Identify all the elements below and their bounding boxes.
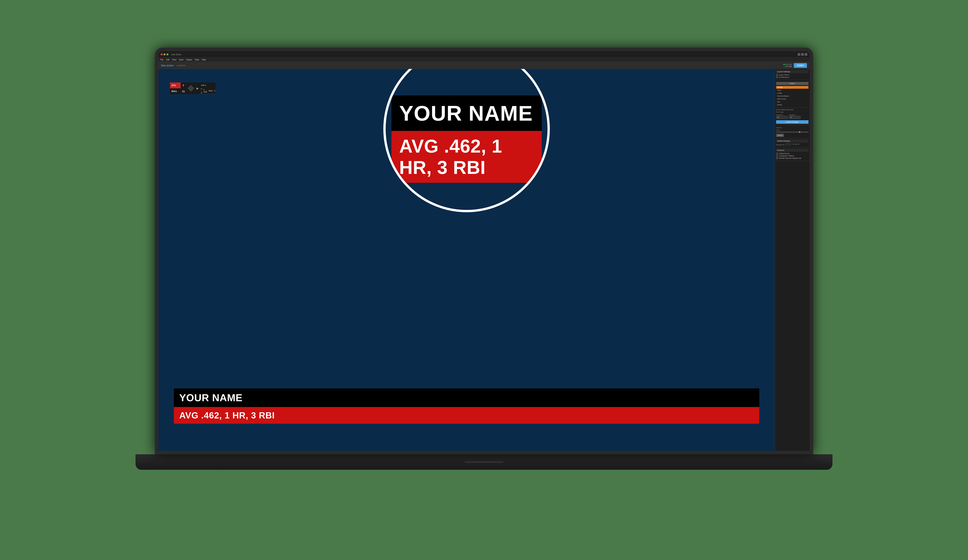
team1-score: 7 — [181, 83, 186, 88]
scoreboard-preview: ATH 7 BULL 11 — [170, 83, 215, 94]
checkbox-scoreboard[interactable]: ✓ Scoreboard 4 — [776, 76, 809, 78]
opacity-slider[interactable] — [776, 132, 809, 133]
bg-label: Background — [776, 144, 784, 146]
team1-name: ATH — [170, 83, 181, 88]
title-bar: Live Score — □ ✕ — [158, 51, 810, 58]
menu-output[interactable]: Output — [186, 59, 192, 61]
colors-setup-label[interactable]: Colors Setup — [776, 109, 785, 111]
checkbox-scoreboard-label: Scoreboard 4 — [779, 76, 789, 78]
panel-item-win[interactable]: Win — [776, 101, 809, 103]
ctrl-close[interactable]: ✕ — [805, 53, 807, 56]
preview-area: ATH 7 BULL 11 — [158, 69, 775, 451]
panel-item-extras[interactable]: Extras — [776, 103, 809, 106]
minimize-dot[interactable] — [164, 53, 166, 55]
arrow-box: ▶ — [196, 83, 199, 94]
bg-value: 15, 36, 42 — [792, 143, 800, 146]
diamond-box — [186, 83, 196, 94]
safety-mouse-label: Safety Mouse — [779, 152, 789, 154]
cpu-info: CPU 2% 100.3MB — [784, 63, 792, 67]
score-info-row: 0 - 0 0 Outs Pitch 0 — [199, 88, 215, 93]
cpu-label: CPU 2% — [784, 63, 792, 65]
svg-rect-3 — [190, 89, 192, 91]
lt-headline: YOUR NAME — [174, 388, 759, 407]
panel-item-runnersbases[interactable]: Runners/Bases — [776, 95, 809, 98]
menu-help[interactable]: Help — [202, 59, 206, 61]
menu-bar: File Edit View Input Output Tools Help — [158, 58, 810, 62]
safety-mouse-row[interactable]: Safety Mouse — [776, 152, 809, 154]
window-controls: — □ ✕ — [797, 53, 807, 56]
pos-x-label: Position X — [776, 114, 788, 116]
ctrl-min[interactable]: — — [797, 53, 801, 56]
close-dot[interactable] — [161, 53, 162, 55]
global-settings-title: Global Settings — [776, 139, 809, 142]
slider-thumb — [799, 131, 801, 133]
svg-rect-0 — [190, 85, 192, 88]
start-button[interactable]: START — [794, 63, 807, 68]
top-inning: TOP 3 — [199, 83, 215, 88]
menu-edit[interactable]: Edit — [166, 59, 169, 61]
menu-view[interactable]: View — [172, 59, 176, 61]
position-y-group: Position Y — [789, 113, 801, 119]
animations-row[interactable]: Animations / Effects — [776, 155, 809, 157]
bg-swatch[interactable] — [786, 143, 791, 145]
edit-colors-label[interactable]: Edit Colors — [786, 109, 793, 111]
laptop-hinge — [465, 461, 503, 463]
blur-image-label: Blur Image — [776, 111, 809, 113]
detect-section: Detect Innings Outs At Bat Runners/Bases… — [775, 80, 810, 108]
screen-bezel: Live Score — □ ✕ File Edit View Input Ou… — [155, 48, 813, 454]
lt-subheading: AVG .462, 1 HR, 3 RBI — [174, 407, 759, 424]
layout-settings-section: Layout Settings ✓ Lower Third 4 ✓ Scoreb… — [775, 69, 810, 80]
ctrl-max[interactable]: □ — [801, 53, 804, 56]
submit-changes-button[interactable]: Submit Changes — [776, 120, 809, 124]
reset-button[interactable]: Reset — [776, 134, 784, 137]
colors-section: Colors Setup Edit Colors Blur Image Posi… — [775, 108, 810, 125]
render-external-row[interactable]: ✓ Render External Display only — [776, 157, 809, 159]
opacity-label: Glow — [776, 129, 809, 131]
main-content: ATH 7 BULL 11 — [158, 69, 810, 451]
shadow-section: Shadow Glow Reset — [775, 125, 810, 138]
safety-mouse-check[interactable] — [776, 152, 778, 154]
panel-item-atbat[interactable]: At Bat — [776, 92, 809, 94]
detect-button[interactable]: Detect — [776, 82, 809, 85]
licensed-text: Licensed to: — [177, 65, 186, 66]
laptop-base — [136, 454, 832, 470]
position-x-group: Position X — [776, 113, 788, 119]
screen-inner: Live Score — □ ✕ File Edit View Input Ou… — [158, 51, 810, 451]
team1-row: ATH 7 — [170, 83, 186, 88]
render-external-check[interactable]: ✓ — [776, 157, 778, 159]
panel-item-innings[interactable]: Innings — [776, 86, 809, 89]
maximize-dot[interactable] — [166, 53, 168, 55]
pos-y-label: Position Y — [789, 114, 801, 116]
team2-row: BULL 11 — [170, 88, 186, 94]
toolbar-right: CPU 2% 100.3MB START — [784, 63, 807, 68]
shadow-label: Shadow — [776, 127, 809, 129]
animations-check[interactable] — [776, 155, 778, 157]
logo-area: live.score Licensed to: — [161, 64, 186, 67]
circle-subheading: AVG .462, 1 HR, 3 RBI — [391, 131, 542, 183]
render-external-label: Render External Display only — [779, 157, 801, 159]
window-title: Live Score — [171, 53, 181, 56]
checkbox-lower-third-box[interactable]: ✓ — [776, 74, 778, 76]
checkbox-lower-third-label: Lower Third 4 — [779, 74, 789, 76]
svg-rect-1 — [188, 87, 190, 89]
pos-x-input[interactable] — [776, 116, 788, 119]
svg-rect-2 — [191, 87, 194, 89]
pos-y-input[interactable] — [789, 116, 801, 119]
checkbox-scoreboard-box[interactable]: ✓ — [776, 76, 778, 78]
checkbox-lower-third[interactable]: ✓ Lower Third 4 — [776, 74, 809, 76]
position-row: Position X Position Y — [776, 113, 809, 119]
team2-score: 11 — [181, 88, 186, 94]
menu-tools[interactable]: Tools — [195, 59, 199, 61]
inning-details: TOP 3 0 - 0 0 Outs Pitch 0 — [199, 83, 215, 94]
circle-headline: YOUR NAME — [391, 96, 542, 131]
panel-item-outs[interactable]: Outs — [776, 89, 809, 91]
global-settings-section: Global Settings Background 15, 36, 42 — [775, 138, 810, 147]
menu-file[interactable]: File — [160, 59, 163, 61]
features-section: Features Safety Mouse Animations / Effec… — [775, 147, 810, 161]
bases-diamond — [188, 85, 194, 91]
right-panel: Layout Settings ✓ Lower Third 4 ✓ Scoreb… — [775, 69, 810, 451]
panel-item-pitchcount[interactable]: Pitch Count — [776, 98, 809, 100]
background-row: Background 15, 36, 42 — [776, 143, 809, 146]
circle-zoom-overlay: YOUR NAME AVG .462, 1 HR, 3 RBI — [383, 69, 550, 212]
menu-input[interactable]: Input — [179, 59, 183, 61]
